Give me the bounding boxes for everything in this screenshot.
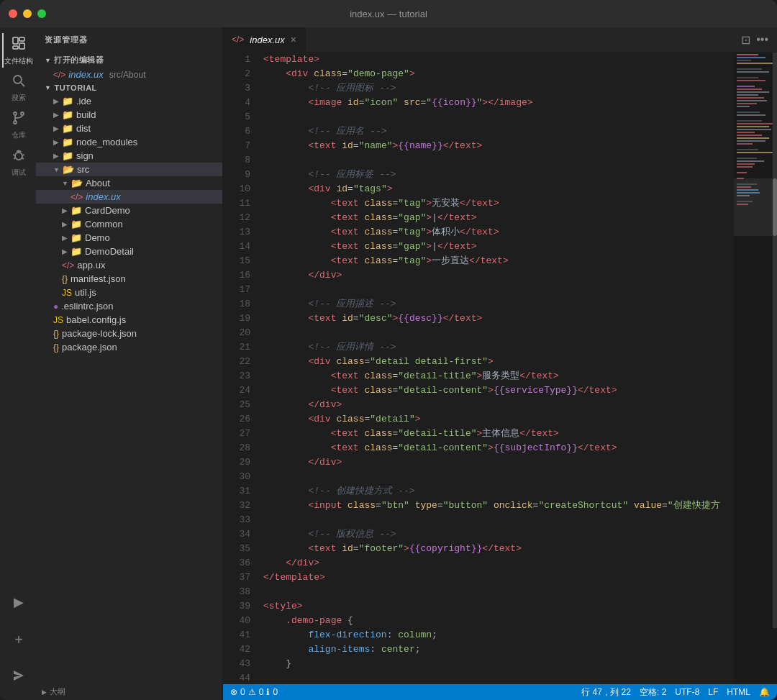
chevron-down-icon: ▼ <box>53 166 60 173</box>
activity-repo-label: 仓库 <box>12 130 26 140</box>
tree-label-src: src <box>77 164 89 175</box>
status-errors[interactable]: ⊗ 0 ⚠ 0 ℹ 0 <box>230 687 278 697</box>
activity-search-label: 搜索 <box>12 93 26 103</box>
minimize-button[interactable] <box>23 9 32 18</box>
js-file-icon: JS <box>62 288 72 298</box>
code-line-25: </div> <box>263 398 734 412</box>
debug-icon <box>12 148 26 166</box>
folder-icon: 📁 <box>62 137 73 147</box>
tree-item-dist[interactable]: ▶ 📁 dist <box>36 122 222 135</box>
activity-search[interactable]: 搜索 <box>2 71 34 105</box>
outline-footer[interactable]: ▶ 大纲 <box>36 683 222 700</box>
tab-file-icon: </> <box>232 35 244 45</box>
activity-send[interactable] <box>2 660 34 694</box>
svg-rect-59 <box>734 178 777 236</box>
code-line-29: </div> <box>263 455 734 470</box>
tree-item-demodetail[interactable]: ▶ 📁 DemoDetail <box>36 245 222 258</box>
svg-rect-43 <box>737 143 753 145</box>
tree-item-babel[interactable]: JS babel.config.js <box>36 313 222 327</box>
split-editor-icon[interactable]: ⊡ <box>741 33 750 47</box>
status-line-ending[interactable]: LF <box>708 687 718 697</box>
activity-file-structure[interactable]: 文件结构 <box>2 33 34 68</box>
tab-index-ux[interactable]: </> index.ux × <box>223 27 306 53</box>
code-line-23: <text class="detail-title">服务类型</text> <box>263 369 734 383</box>
svg-line-5 <box>21 83 24 86</box>
svg-point-10 <box>15 153 22 160</box>
tree-label-manifest: manifest.json <box>71 273 126 284</box>
tree-item-package-json[interactable]: {} package.json <box>36 340 222 354</box>
warning-icon: ⚠ <box>248 687 256 697</box>
file-structure-icon <box>11 35 27 55</box>
code-line-37: </template> <box>263 571 734 585</box>
activity-run[interactable]: ▶ <box>2 585 34 619</box>
open-file-icon: </> <box>53 70 65 80</box>
code-line-19: <text id="desc">{{desc}}</text> <box>263 312 734 326</box>
tree-item-sign[interactable]: ▶ 📁 sign <box>36 149 222 163</box>
activity-bottom: ▶ + <box>2 585 34 700</box>
svg-rect-22 <box>737 71 769 73</box>
activity-debug[interactable]: 调试 <box>2 145 34 180</box>
more-actions-icon[interactable]: ••• <box>756 33 768 46</box>
svg-rect-20 <box>737 63 773 64</box>
send-icon <box>12 669 25 685</box>
titlebar: index.ux — tutorial <box>0 0 777 27</box>
chevron-right-icon: ▶ <box>53 111 59 119</box>
tree-item-ide[interactable]: ▶ 📁 .ide <box>36 94 222 108</box>
tree-label-index-ux: index.ux <box>86 191 120 202</box>
activity-file-structure-label: 文件结构 <box>4 56 33 66</box>
svg-point-8 <box>14 121 17 124</box>
code-editor[interactable]: <template> <div class="demo-page"> <!-- … <box>258 53 734 684</box>
status-right: 行 47, 列 22 空格: 2 UTF-8 LF HTML <box>581 686 770 699</box>
language-info: HTML <box>727 687 750 697</box>
tree-item-src[interactable]: ▼ 📂 src <box>36 163 222 176</box>
svg-line-13 <box>22 155 24 155</box>
tree-item-node-modules[interactable]: ▶ 📁 node_modules <box>36 135 222 149</box>
svg-rect-36 <box>737 123 773 124</box>
tree-item-common[interactable]: ▶ 📁 Common <box>36 217 222 231</box>
status-bell[interactable]: 🔔 <box>759 687 770 697</box>
tree-item-util-js[interactable]: JS util.js <box>36 286 222 299</box>
svg-rect-29 <box>737 97 764 99</box>
tab-close-button[interactable]: × <box>291 34 296 45</box>
code-line-33 <box>263 513 734 527</box>
tree-item-about[interactable]: ▼ 📂 About <box>36 176 222 190</box>
code-line-4: <image id="icon" src="{{icon}}"></image> <box>263 96 734 110</box>
open-file-item[interactable]: </> index.ux src/About <box>36 68 222 81</box>
tree-item-demo[interactable]: ▶ 📁 Demo <box>36 231 222 245</box>
eslint-file-icon: ● <box>53 301 58 312</box>
ux-file-icon: </> <box>71 192 83 202</box>
close-button[interactable] <box>9 9 17 18</box>
tree-label-util-js: util.js <box>75 287 96 298</box>
status-encoding[interactable]: UTF-8 <box>675 687 699 697</box>
status-left: ⊗ 0 ⚠ 0 ℹ 0 <box>230 687 278 697</box>
bell-icon: 🔔 <box>759 687 770 697</box>
encoding-info: UTF-8 <box>675 687 699 697</box>
svg-rect-25 <box>737 86 755 87</box>
activity-repo[interactable]: 仓库 <box>2 108 34 142</box>
status-line-col[interactable]: 行 47, 列 22 <box>581 686 631 699</box>
tree-label-dist: dist <box>76 123 91 134</box>
tree-item-app-ux[interactable]: </> app.ux <box>36 258 222 272</box>
code-line-10: <div id="tags"> <box>263 182 734 196</box>
tree-item-manifest[interactable]: {} manifest.json <box>36 272 222 286</box>
tree-item-build[interactable]: ▶ 📁 build <box>36 108 222 122</box>
tree-label-node-modules: node_modules <box>76 137 137 147</box>
tutorial-header[interactable]: ▼ TUTORIAL <box>36 81 222 94</box>
code-line-39: <style> <box>263 599 734 614</box>
status-spaces[interactable]: 空格: 2 <box>640 686 666 699</box>
maximize-button[interactable] <box>37 9 46 18</box>
activity-add[interactable]: + <box>2 622 34 657</box>
tree-item-index-ux[interactable]: </> index.ux <box>36 190 222 204</box>
tree-item-carddemo[interactable]: ▶ 📁 CardDemo <box>36 204 222 217</box>
svg-rect-44 <box>737 149 758 150</box>
open-file-path: src/About <box>109 70 146 80</box>
code-line-21: <!-- 应用详情 --> <box>263 340 734 355</box>
code-line-34: <!-- 版权信息 --> <box>263 527 734 542</box>
svg-rect-34 <box>737 114 765 116</box>
status-language[interactable]: HTML <box>727 687 750 697</box>
tree-item-eslintrc[interactable]: ● .eslintrc.json <box>36 299 222 313</box>
tree-label-common: Common <box>85 219 123 229</box>
tree-label-babel: babel.config.js <box>66 314 126 325</box>
tree-item-package-lock[interactable]: {} package-lock.json <box>36 327 222 340</box>
open-editors-header[interactable]: ▼ 打开的编辑器 <box>36 53 222 68</box>
